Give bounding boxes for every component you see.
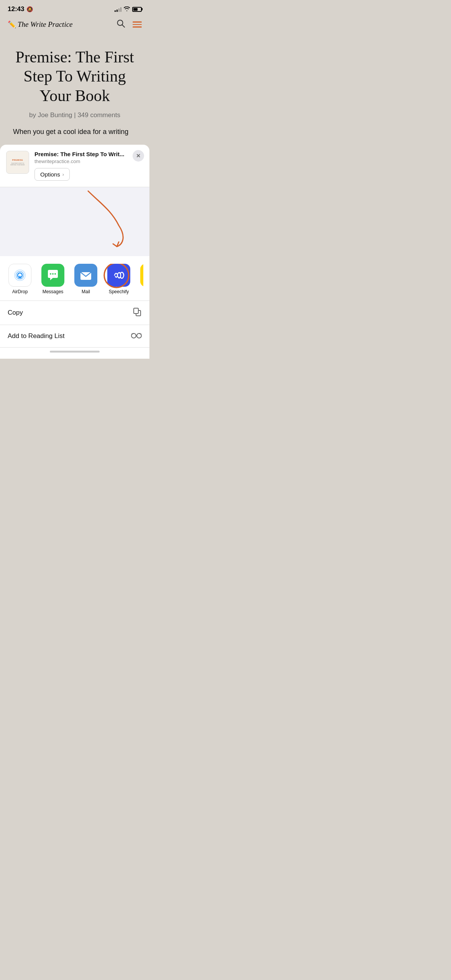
share-thumbnail: PREMISE THE FIRST STEP TO WRITING YOUR B… [6,151,29,174]
share-url: thewritepractice.com [34,158,143,164]
status-bar: 12:43 🔕 [0,0,149,16]
speechify-label: Speechify [109,289,129,294]
share-info: Premise: The First Step To Writ... thewr… [34,151,143,181]
options-button[interactable]: Options › [34,168,70,181]
share-sheet: PREMISE THE FIRST STEP TO WRITING YOUR B… [0,145,149,359]
pen-icon: ✏️ [8,20,16,29]
copy-icon [133,307,142,318]
reading-list-label: Add to Reading List [8,332,64,340]
svg-point-8 [54,273,56,275]
status-time: 12:43 [8,5,24,13]
thumbnail-title: PREMISE [12,159,23,161]
messages-icon [41,264,64,287]
svg-point-3 [20,276,21,278]
speechify-icon [107,264,130,287]
nav-icons [116,19,142,30]
nav-bar: ✏️ The Write Practice [0,16,149,36]
copy-label: Copy [8,309,23,317]
wifi-icon [124,6,130,12]
battery-icon [132,7,142,12]
home-indicator-area [0,348,149,359]
notes-icon [140,264,143,287]
share-app-notes[interactable]: N... [138,264,143,294]
status-icons [115,6,142,12]
share-apps-section: AirDrop Messages [0,256,149,301]
share-app-airdrop[interactable]: AirDrop [6,264,34,294]
article-excerpt: When you get a cool idea for a writing [11,127,138,137]
messages-label: Messages [43,289,64,294]
share-close-button[interactable]: ✕ [133,150,144,162]
bell-icon: 🔕 [26,6,33,12]
share-app-mail[interactable]: Mail [72,264,100,294]
copy-action[interactable]: Copy [0,301,149,325]
mail-label: Mail [82,289,90,294]
annotation-area [0,187,149,256]
svg-point-7 [52,273,54,275]
share-title: Premise: The First Step To Writ... [34,151,143,157]
logo-text: The Write Practice [18,20,73,29]
share-app-messages[interactable]: Messages [39,264,67,294]
mail-icon [74,264,97,287]
chevron-right-icon: › [62,172,64,177]
share-apps-row: AirDrop Messages [6,264,143,294]
hero-section: Premise: The First Step To Writing Your … [0,36,149,145]
svg-line-1 [122,25,125,28]
share-header: PREMISE THE FIRST STEP TO WRITING YOUR B… [0,145,149,187]
article-title: Premise: The First Step To Writing Your … [11,47,138,105]
search-nav-icon[interactable] [116,19,125,30]
airdrop-label: AirDrop [12,289,28,294]
home-indicator [50,351,100,353]
airdrop-icon [8,264,31,287]
menu-icon[interactable] [133,21,142,28]
share-app-speechify[interactable]: Speechify [105,264,133,294]
thumbnail-subtitle: THE FIRST STEP TO WRITING YOUR BOOK [9,163,26,166]
svg-point-6 [50,273,51,275]
glasses-icon [131,331,142,341]
svg-rect-16 [134,308,138,314]
site-logo: ✏️ The Write Practice [8,20,73,29]
article-meta: by Joe Bunting | 349 comments [11,111,138,119]
signal-icon [115,7,121,12]
reading-list-action[interactable]: Add to Reading List [0,325,149,348]
share-actions-section: Copy Add to Reading List [0,301,149,348]
options-label: Options [40,171,60,178]
